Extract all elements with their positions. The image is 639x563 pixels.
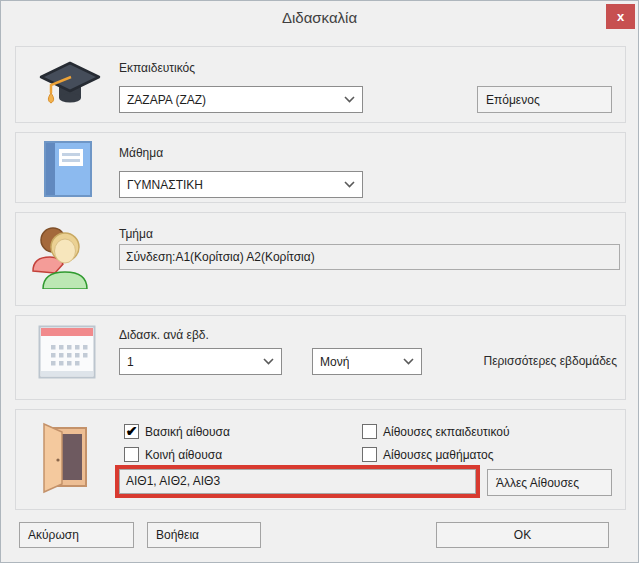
checkbox-box[interactable] [362,447,377,462]
class-section: Τμήμα Σύνδεση:Α1(Κορίτσια) Α2(Κορίτσια) [15,212,626,306]
teacher-section: Εκπαιδευτικός ΖΑΖΑΡΑ (ΖΑΖ) Επόμενος [15,46,626,123]
chevron-down-icon [344,181,355,188]
checkbox-box[interactable] [362,424,377,439]
chevron-down-icon [263,358,274,365]
subject-select[interactable]: ΓΥΜΝΑΣΤΙΚΗ [119,171,363,198]
close-icon[interactable]: x [606,4,635,29]
class-label: Τμήμα [119,227,153,241]
book-icon [42,140,94,198]
periods-label: Διδασκ. ανά εβδ. [119,328,209,342]
more-weeks-link[interactable]: Περισσότερες εβδομάδες [484,354,617,368]
help-button[interactable]: Βοήθεια [147,522,261,548]
periods-count-value: 1 [127,355,134,369]
class-field: Σύνδεση:Α1(Κορίτσια) Α2(Κορίτσια) [119,244,620,270]
teacher-label: Εκπαιδευτικός [119,61,195,75]
chevron-down-icon [344,96,355,103]
cancel-button[interactable]: Ακύρωση [19,522,134,548]
subject-value: ΓΥΜΝΑΣΤΙΚΗ [127,178,203,192]
calendar-icon [38,325,96,379]
subject-section: Μάθημα ΓΥΜΝΑΣΤΙΚΗ [15,132,626,203]
next-button[interactable]: Επόμενος [477,86,612,113]
subject-label: Μάθημα [119,146,163,160]
checkbox-label: Κοινή αίθουσα [145,448,222,462]
periods-count-select[interactable]: 1 [119,348,282,375]
graduation-cap-icon [38,60,102,112]
other-rooms-button[interactable]: Άλλες Αίθουσες [487,469,612,496]
dialog-title: Διδασκαλία [1,9,638,26]
checkbox-box[interactable] [124,424,139,439]
rooms-field-highlight: ΑΙΘ1, ΑΙΘ2, ΑΙΘ3 [115,465,480,498]
chevron-down-icon [403,358,414,365]
titlebar: Διδασκαλία x [1,1,638,41]
checkbox-label: Βασική αίθουσα [145,425,230,439]
teaching-dialog: Διδασκαλία x Εκπαιδευτικός ΖΑΖΑΡΑ (ΖΑΖ) … [0,0,639,563]
students-icon [28,225,94,289]
checkbox-subject-rooms[interactable]: Αίθουσες μαθήματος [362,447,494,462]
teacher-select[interactable]: ΖΑΖΑΡΑ (ΖΑΖ) [119,86,363,113]
checkbox-label: Αίθουσες μαθήματος [383,448,494,462]
week-type-select[interactable]: Μονή [312,348,422,375]
rooms-field[interactable]: ΑΙΘ1, ΑΙΘ2, ΑΙΘ3 [119,469,476,494]
checkbox-box[interactable] [124,447,139,462]
rooms-section: Βασική αίθουσα Κοινή αίθουσα Αίθουσες εκ… [15,409,626,510]
checkbox-basic-room[interactable]: Βασική αίθουσα [124,424,230,439]
door-icon [34,422,90,494]
teacher-value: ΖΑΖΑΡΑ (ΖΑΖ) [127,93,206,107]
ok-button[interactable]: OK [436,522,609,548]
checkbox-label: Αίθουσες εκπαιδευτικού [383,425,510,439]
checkbox-shared-room[interactable]: Κοινή αίθουσα [124,447,222,462]
week-type-value: Μονή [320,355,349,369]
periods-section: Διδασκ. ανά εβδ. 1 Μονή Περισσότερες εβδ… [15,315,626,400]
checkbox-teacher-rooms[interactable]: Αίθουσες εκπαιδευτικού [362,424,510,439]
